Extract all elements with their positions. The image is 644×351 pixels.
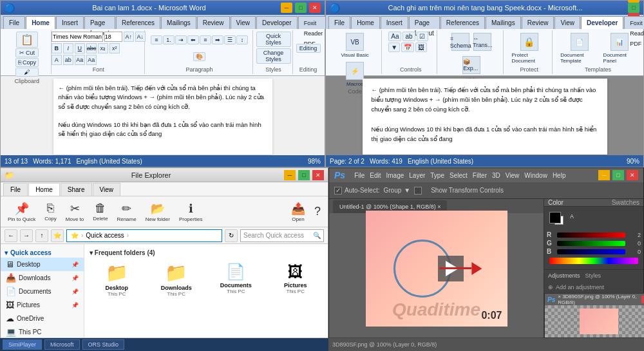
fe-tab-view[interactable]: View <box>93 183 121 196</box>
word-doc-area-left[interactable]: ← (phím mũi tên bên trái). Tiếp đến với … <box>1 76 325 157</box>
ps-autoselect-btn[interactable]: ✓ Auto-Select: <box>334 187 379 194</box>
tab-file-left[interactable]: File <box>3 16 25 29</box>
folder-downloads[interactable]: 📁 Downloads This PC <box>149 261 204 299</box>
taskbar-item-simiplayer[interactable]: SimiPlayer <box>3 339 42 350</box>
decrease-font-btn[interactable]: A↓ <box>135 32 146 42</box>
picture-control-btn[interactable]: 🖼 <box>415 43 427 52</box>
folder-documents[interactable]: 📄 Documents This PC <box>209 261 263 299</box>
aa-control-btn[interactable]: Aa <box>388 32 401 41</box>
shading-btn[interactable]: 🎨 <box>193 52 205 61</box>
tab-developer-left[interactable]: Developer <box>256 16 298 29</box>
align-center-btn[interactable]: ≡ <box>200 35 211 44</box>
sidebar-item-desktop[interactable]: 🖥 Desktop 📌 <box>1 258 84 271</box>
word-page-right[interactable]: ← (phím mũi tên bên trái). Tiếp đến với … <box>363 79 607 155</box>
close-btn-left[interactable]: ✕ <box>309 3 321 13</box>
fe-star-btn[interactable]: ⭐ <box>51 229 64 242</box>
ps-menu-type[interactable]: Type <box>430 172 444 179</box>
line-spacing-btn[interactable]: ↕ <box>236 35 248 44</box>
ps-menu-image[interactable]: Image <box>386 172 404 179</box>
align-left-btn[interactable]: ⬅ <box>187 35 199 44</box>
sidebar-item-onedrive[interactable]: ☁ OneDrive <box>1 312 84 325</box>
tab-insert-left[interactable]: Insert <box>56 16 84 29</box>
ps-close-btn[interactable]: ✕ <box>627 170 638 180</box>
tab-insert-right[interactable]: Insert <box>381 16 408 29</box>
indent-btn[interactable]: ⇥ <box>175 35 187 44</box>
underline-btn[interactable]: U <box>75 43 85 53</box>
tab-developer-right[interactable]: Developer <box>581 16 623 29</box>
fe-back-btn[interactable]: ← <box>5 229 17 242</box>
expansion-btn[interactable]: 📦 Exp... <box>461 55 482 77</box>
tab-view-right[interactable]: View <box>554 16 580 29</box>
ps-fg-bg-container[interactable] <box>549 212 567 226</box>
ps-menu-select[interactable]: Select <box>450 172 468 179</box>
explorer-maximize-btn[interactable]: □ <box>298 170 310 180</box>
sidebar-item-downloads[interactable]: 📥 Downloads 📌 <box>1 271 84 285</box>
fe-newfolder-btn[interactable]: 📂 New folder <box>142 200 173 224</box>
fe-refresh-btn[interactable]: ↻ <box>225 229 238 242</box>
tab-review-left[interactable]: Review <box>197 16 230 29</box>
ps-canvas[interactable]: Quaditime 0:07 <box>329 199 544 337</box>
maximize-btn-left[interactable]: □ <box>295 3 307 13</box>
ps-maximize-btn[interactable]: □ <box>612 170 624 180</box>
explorer-minimize-btn[interactable]: ─ <box>284 170 296 180</box>
editing-btn[interactable]: Editing <box>296 44 321 53</box>
quick-styles-btn[interactable]: Quick Styles <box>256 32 291 47</box>
tab-foxit-left[interactable]: Foxit Reader PDF <box>298 16 329 29</box>
tab-references-right[interactable]: References <box>440 16 485 29</box>
transformation-btn[interactable]: ↔ Trans... <box>472 32 493 53</box>
maximize-btn-right[interactable]: □ <box>628 3 639 13</box>
fe-open-btn[interactable]: 📤 Open <box>288 200 308 224</box>
tab-references-left[interactable]: References <box>116 16 160 29</box>
ps-red-slider[interactable] <box>557 232 625 238</box>
date-control-btn[interactable]: 📅 <box>401 43 414 52</box>
font-size-select[interactable] <box>104 32 122 42</box>
highlight-btn[interactable]: ab <box>63 55 73 65</box>
fe-forward-btn[interactable]: → <box>20 229 33 242</box>
fe-tab-share[interactable]: Share <box>61 183 92 196</box>
explorer-close-btn[interactable]: ✕ <box>312 170 324 180</box>
ps-autoselect-check[interactable]: ✓ <box>334 187 342 194</box>
document-panel-btn[interactable]: 📊 Document Panel <box>602 32 637 65</box>
ps-blue-slider[interactable] <box>557 249 625 254</box>
tab-file-right[interactable]: File <box>328 16 350 29</box>
word-page-left[interactable]: ← (phím mũi tên bên trái). Tiếp đến với … <box>53 79 272 155</box>
tab-mailings-left[interactable]: Mailings <box>161 16 196 29</box>
sidebar-item-thispc[interactable]: 💻 This PC <box>1 325 84 339</box>
explorer-path-bar[interactable]: ⭐ › Quick access › <box>66 229 222 242</box>
text-control-btn[interactable]: ab <box>402 32 415 41</box>
change-styles-btn[interactable]: Change Styles <box>256 48 291 64</box>
tab-pagelayout-right[interactable]: Page Layout <box>409 16 440 29</box>
ps-green-slider[interactable] <box>557 241 625 246</box>
fe-copy-btn[interactable]: ⎘ Copy <box>41 200 60 223</box>
ps-mini-close-btn[interactable]: ✕ <box>641 296 644 303</box>
fe-delete-btn[interactable]: 🗑 Delete <box>90 200 111 223</box>
fe-tab-home[interactable]: Home <box>28 183 60 196</box>
sidebar-item-documents[interactable]: 📄 Documents 📌 <box>1 285 84 298</box>
fe-rename-btn[interactable]: ✏ Rename <box>113 200 139 224</box>
folder-pictures[interactable]: 🖼 Pictures This PC <box>269 261 323 299</box>
document-template-btn[interactable]: 📄 Document Template <box>559 32 600 65</box>
italic-btn[interactable]: I <box>63 43 73 53</box>
change-case-btn[interactable]: Aa <box>86 55 97 65</box>
tab-pagelayout-left[interactable]: Page Layout <box>84 16 115 29</box>
bold-btn[interactable]: B <box>52 43 62 53</box>
protect-doc-btn[interactable]: 🔒 Protect Document <box>510 32 548 65</box>
ps-menu-help[interactable]: Help <box>553 172 566 179</box>
clear-format-btn[interactable]: Aa <box>75 55 85 65</box>
taskbar-item-ors[interactable]: ORS Studio <box>82 339 125 350</box>
folder-desktop[interactable]: 📁 Desktop This PC <box>90 261 144 299</box>
fe-tab-file[interactable]: File <box>3 183 28 196</box>
ps-swatches-tab[interactable]: Swatches <box>612 199 639 206</box>
ps-menu-layer[interactable]: Layer <box>409 172 425 179</box>
tab-view-left[interactable]: View <box>231 16 256 29</box>
ps-menu-3d[interactable]: 3D <box>492 172 500 179</box>
strikethrough-btn[interactable]: abc <box>86 43 97 53</box>
explorer-search-box[interactable]: Search Quick access 🔍 <box>240 229 324 242</box>
schema-btn[interactable]: ⌗ Schema <box>450 32 471 53</box>
format-painter-btn[interactable]: 🖌 <box>15 68 39 77</box>
fe-up-btn[interactable]: ↑ <box>35 229 48 242</box>
taskbar-item-microsoft[interactable]: Microsoft <box>44 339 80 350</box>
increase-font-btn[interactable]: A↑ <box>124 32 134 42</box>
ps-transform-check[interactable] <box>414 187 422 194</box>
minimize-btn-left[interactable]: ─ <box>281 3 292 13</box>
